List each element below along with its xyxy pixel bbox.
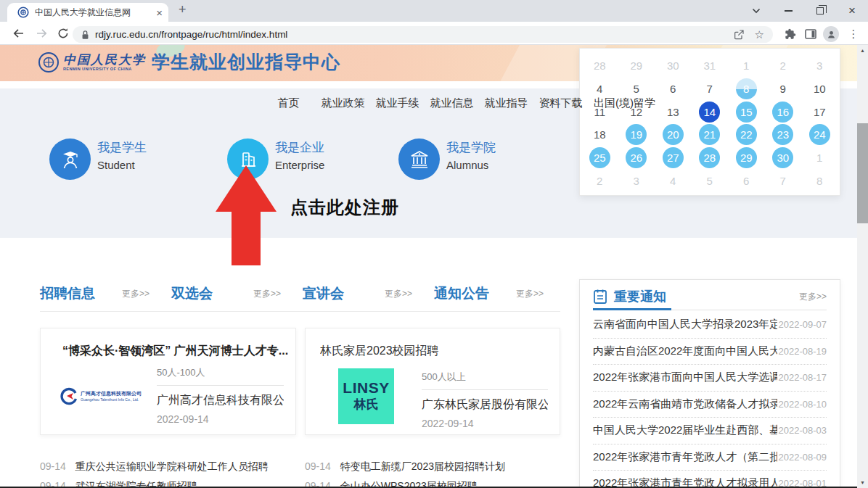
calendar-day[interactable]: 6 <box>728 170 765 191</box>
job-fair-card[interactable]: “博采众长·智领湾区” 广州天河博士人才专... 广州高才信息科技有限公司 Gu… <box>40 328 296 435</box>
calendar-day[interactable]: 7 <box>692 78 729 99</box>
calendar-day[interactable]: 13 <box>655 102 692 123</box>
scrollbar-up-arrow[interactable]: ▲ <box>857 48 868 53</box>
calendar-day[interactable]: 18 <box>581 124 618 145</box>
bookmark-star-icon[interactable]: ☆ <box>755 28 764 41</box>
calendar-day[interactable]: 1 <box>728 55 765 76</box>
calendar-day[interactable]: 22 <box>728 124 765 145</box>
calendar-day[interactable]: 3 <box>801 55 838 76</box>
calendar-day[interactable]: 1 <box>801 147 838 168</box>
calendar-day[interactable]: 8 <box>728 78 765 99</box>
section-tab[interactable]: 招聘信息 <box>40 284 95 303</box>
calendar-day[interactable]: 23 <box>765 124 802 145</box>
url-text[interactable]: rdjy.ruc.edu.cn/frontpage/ruc/html/index… <box>95 29 723 40</box>
role-alumnus[interactable]: 我是学院 Alumnus <box>398 138 496 180</box>
section-tab[interactable]: 双选会 <box>171 284 213 303</box>
notice-row[interactable]: 2022年张家港市青年党政人才（第二批）...2022-08-09 <box>593 444 827 471</box>
calendar-day[interactable]: 14 <box>692 102 729 123</box>
notice-row[interactable]: 2022年张家港市面向中国人民大学选调优...2022-08-17 <box>593 365 827 392</box>
nav-item-3[interactable]: 就业手续 <box>370 96 425 110</box>
browser-tab[interactable]: 中国人民大学就业信息网 × <box>7 3 168 22</box>
calendar-day[interactable]: 5 <box>692 170 729 191</box>
new-tab-button[interactable]: + <box>179 2 187 17</box>
calendar-day[interactable]: 19 <box>618 124 655 145</box>
refresh-icon[interactable] <box>54 25 73 42</box>
more-link[interactable]: 更多>> <box>385 288 412 300</box>
more-link[interactable]: 更多>> <box>516 288 544 300</box>
calendar-day[interactable]: 30 <box>765 147 802 168</box>
calendar-day[interactable]: 27 <box>655 147 692 168</box>
site-logo[interactable]: 中国人民大学 RENMIN UNIVERSITY OF CHINA 学生就业创业… <box>38 50 340 74</box>
notice-row[interactable]: 中国人民大学2022届毕业生赴西部、基层...2022-08-03 <box>593 418 827 444</box>
card-title[interactable]: 林氏家居2023校园招聘 <box>320 344 552 359</box>
calendar-day[interactable]: 25 <box>581 147 618 168</box>
restore-button[interactable] <box>804 0 836 22</box>
job-title[interactable]: 重庆公共运输职业学院科研处工作人员招聘 <box>75 460 269 473</box>
notice-row[interactable]: 内蒙古自治区2022年度面向中国人民大学...2022-08-19 <box>593 339 827 365</box>
role-student[interactable]: 我是学生 Student <box>49 138 147 180</box>
browser-menu-icon[interactable]: ⋮ <box>844 25 863 44</box>
notice-row[interactable]: 2022年张家港市青年党政人才拟录用人员2022-08-01 <box>593 471 827 488</box>
job-title[interactable]: 特变电工新缆厂2023届校园招聘计划 <box>340 460 505 473</box>
calendar-day[interactable]: 29 <box>618 55 655 76</box>
notice-title: 中国人民大学2022届毕业生赴西部、基层... <box>593 423 777 437</box>
calendar-day[interactable]: 21 <box>692 124 729 145</box>
job-list-item[interactable]: 09-14 重庆公共运输职业学院科研处工作人员招聘 <box>40 460 269 473</box>
nav-item-6[interactable]: 资料下载 <box>533 96 588 110</box>
section-tabs-row: 招聘信息更多>>双选会更多>>宣讲会更多>>通知公告更多>> <box>40 284 565 303</box>
profile-avatar-icon[interactable] <box>822 25 840 44</box>
nav-item-2[interactable]: 就业政策 <box>316 96 370 110</box>
nav-item-5[interactable]: 就业指导 <box>479 96 533 110</box>
calendar-day[interactable]: 28 <box>581 55 618 76</box>
calendar-day[interactable]: 31 <box>692 55 729 76</box>
company-name[interactable]: 广东林氏家居股份有限公司 <box>422 397 548 413</box>
notice-row[interactable]: 2022年云南省曲靖市党政储备人才拟录用...2022-08-10 <box>593 392 827 418</box>
nav-item-4[interactable]: 就业信息 <box>425 96 479 110</box>
scrollbar-down-arrow[interactable]: ▼ <box>857 480 868 485</box>
back-button[interactable] <box>9 25 28 42</box>
calendar-day[interactable]: 2 <box>581 170 618 191</box>
close-window-button[interactable]: × <box>836 0 868 22</box>
calendar-day[interactable]: 7 <box>765 170 802 191</box>
tab-close-icon[interactable]: × <box>156 7 163 19</box>
notice-row[interactable]: 云南省面向中国人民大学招录2023年定向...2022-09-07 <box>593 312 827 339</box>
calendar-day[interactable]: 29 <box>728 147 765 168</box>
nav-item-7[interactable]: 出国(境)留学 <box>588 96 655 110</box>
calendar-day[interactable]: 20 <box>655 124 692 145</box>
job-list-item[interactable]: 09-14 特变电工新缆厂2023届校园招聘计划 <box>305 460 505 473</box>
company-name[interactable]: 广州高才信息科技有限公司 <box>157 393 284 408</box>
calendar-day[interactable]: 10 <box>801 78 838 99</box>
address-bar[interactable]: rdjy.ruc.edu.cn/frontpage/ruc/html/index… <box>73 26 773 43</box>
section-tab[interactable]: 宣讲会 <box>303 284 344 303</box>
calendar-day[interactable]: 6 <box>655 78 692 99</box>
section-tab[interactable]: 通知公告 <box>434 284 489 303</box>
calendar-day[interactable]: 24 <box>801 124 838 145</box>
ruc-seal-icon <box>17 7 29 18</box>
calendar-day[interactable]: 2 <box>765 55 802 76</box>
calendar-day[interactable]: 26 <box>618 147 655 168</box>
calendar-day[interactable]: 30 <box>655 55 692 76</box>
forward-button[interactable] <box>32 25 51 42</box>
share-icon[interactable] <box>733 29 745 41</box>
calendar-day[interactable]: 3 <box>618 170 655 191</box>
card-title[interactable]: “博采众长·智领湾区” 广州天河博士人才专... <box>62 344 288 359</box>
job-fair-card[interactable]: 林氏家居2023校园招聘 LINSY 林氏 500人以上 广东林氏家居股份有限公… <box>305 328 560 435</box>
calendar-day[interactable]: 15 <box>728 102 765 123</box>
calendar-day[interactable]: 28 <box>692 147 729 168</box>
minimize-button[interactable] <box>772 0 804 22</box>
notices-more-link[interactable]: 更多>> <box>799 291 827 303</box>
calendar-day[interactable]: 17 <box>801 102 838 123</box>
more-link[interactable]: 更多>> <box>253 288 281 300</box>
side-panel-icon[interactable] <box>801 25 820 44</box>
calendar-day[interactable]: 4 <box>655 170 692 191</box>
calendar-day[interactable]: 16 <box>765 102 802 123</box>
nav-item-1[interactable]: 首页 <box>261 96 316 110</box>
tab-search-chevron-icon[interactable] <box>740 0 772 22</box>
extensions-puzzle-icon[interactable] <box>781 25 800 44</box>
scrollbar-thumb[interactable] <box>857 123 868 223</box>
page-scrollbar[interactable]: ▲ ▼ <box>857 45 868 488</box>
calendar-day[interactable]: 9 <box>765 78 802 99</box>
calendar-day[interactable]: 8 <box>801 170 838 191</box>
more-link[interactable]: 更多>> <box>122 288 150 300</box>
headcount: 500人以上 <box>422 371 548 384</box>
